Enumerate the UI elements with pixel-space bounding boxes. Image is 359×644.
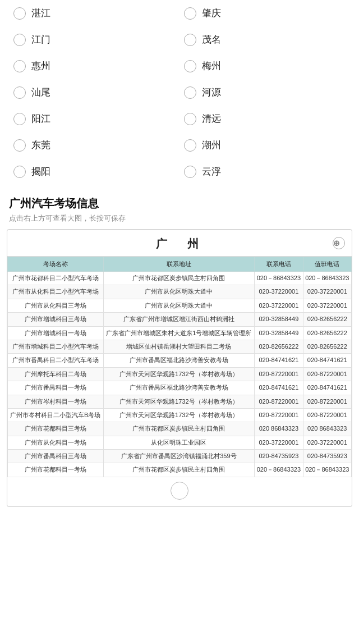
table-cell: 广州市花都区炭步镇民主村四角围 — [103, 463, 255, 477]
table-city-header: 广 州 ⊕ — [7, 230, 352, 257]
city-item[interactable]: 河源 — [180, 79, 350, 106]
city-name: 肇庆 — [202, 7, 221, 20]
table-cell: 020-87220001 — [255, 408, 303, 422]
table-cell: 广州市增城科目三考场 — [8, 313, 104, 326]
table-row: 广州市从化科目一考场从化区明珠工业园区020-37220001020-37220… — [8, 436, 352, 449]
table-row: 广州市番禺科目一考场广州市番禺区福北路沙湾善安教考场020-8474162102… — [8, 381, 352, 395]
table-cell: 广州市岑村科目一考场 — [8, 395, 104, 408]
city-name: 梅州 — [202, 60, 221, 72]
table-cell: 广州市从化科目三考场 — [8, 299, 104, 312]
table-row: 广州市花都科目一考场广州市花都区炭步镇民主村四角围020－86843323020… — [8, 463, 352, 477]
city-item[interactable]: 东莞 — [9, 132, 180, 158]
radio-circle[interactable] — [13, 7, 26, 20]
table-row: 广州摩托车科目二考场广州市天河区华观路1732号（岑村教考场）020-87220… — [8, 367, 352, 381]
table-row: 广州市增城科目一考场广东省广州市增城区朱村大道东1号增城区车辆管理所020-32… — [8, 326, 352, 340]
table-row: 广州市番禺科目二小型汽车考场广州市番禺区福北路沙湾善安教考场020-847416… — [8, 354, 352, 367]
table-cell: 020 86843323 — [303, 422, 351, 436]
table-cell: 广州市花都科目二小型汽车考场 — [8, 272, 104, 285]
city-item[interactable]: 茂名 — [180, 26, 350, 53]
table-cell: 广州市番禺科目二小型汽车考场 — [8, 354, 104, 367]
table-row: 广州市岑村科目二小型汽车B考场广州市天河区华观路1732号（岑村教考场）020-… — [8, 408, 352, 422]
table-cell: 020－86843323 — [303, 272, 351, 285]
radio-circle[interactable] — [184, 139, 196, 152]
city-name: 云浮 — [202, 165, 221, 178]
city-name: 揭阳 — [31, 165, 50, 178]
exam-info-table: 考场名称联系地址联系电话值班电话 广州市花都科目二小型汽车考场广州市花都区炭步镇… — [7, 257, 352, 477]
table-cell: 020－86843323 — [255, 272, 303, 285]
table-cell: 广州市增城科目一考场 — [8, 326, 104, 340]
city-name: 江门 — [31, 33, 50, 46]
bottom-circle — [171, 482, 188, 500]
table-cell: 广州市从化科目一考场 — [8, 436, 104, 449]
table-row: 广州市岑村科目一考场广州市天河区华观路1732号（岑村教考场）020-87220… — [8, 395, 352, 408]
table-cell: 广州市番禺区福北路沙湾善安教考场 — [103, 381, 255, 395]
table-cell: 020-37220001 — [303, 285, 351, 299]
table-cell: 020-37220001 — [255, 436, 303, 449]
radio-circle[interactable] — [184, 7, 196, 20]
city-name: 湛江 — [31, 7, 50, 20]
table-header-cell: 值班电话 — [303, 257, 351, 272]
radio-circle[interactable] — [184, 34, 196, 46]
city-label: 广 州 — [156, 237, 203, 250]
table-cell: 020-84741621 — [255, 354, 303, 367]
radio-circle[interactable] — [13, 86, 26, 99]
radio-circle[interactable] — [184, 166, 196, 178]
table-cell: 020-82656222 — [255, 340, 303, 353]
table-row: 广州市花都科目二小型汽车考场广州市花都区炭步镇民主村四角围020－8684332… — [8, 272, 352, 285]
city-name: 东莞 — [31, 139, 50, 152]
radio-circle[interactable] — [13, 34, 26, 46]
table-cell: 020-87220001 — [303, 408, 351, 422]
table-cell: 广东省广州市增城区增江街西山村鹤洲社 — [103, 313, 255, 326]
table-cell: 广州市天河区华观路1732号（岑村教考场） — [103, 395, 255, 408]
table-cell: 020-84735923 — [255, 450, 303, 463]
city-item[interactable]: 惠州 — [9, 53, 180, 79]
table-cell: 广州市从化区明珠大道中 — [103, 299, 255, 312]
table-cell: 广东省广州市增城区朱村大道东1号增城区车辆管理所 — [103, 326, 255, 340]
table-cell: 020-37220001 — [255, 299, 303, 312]
table-cell: 广州市花都区炭步镇民主村四角围 — [103, 272, 255, 285]
radio-circle[interactable] — [13, 139, 26, 152]
table-row: 广州市番禺科目三考场广东省广州市番禺区沙湾镇福涌北村359号020-847359… — [8, 450, 352, 463]
table-cell: 020-87220001 — [255, 367, 303, 381]
city-item[interactable]: 梅州 — [180, 53, 350, 79]
city-item[interactable]: 汕尾 — [9, 79, 180, 106]
radio-circle[interactable] — [13, 166, 26, 178]
radio-circle[interactable] — [13, 60, 26, 72]
table-row: 广州市增城科目三考场广东省广州市增城区增江街西山村鹤洲社020-32858449… — [8, 313, 352, 326]
table-header-cell: 联系地址 — [103, 257, 255, 272]
table-cell: 020-37220001 — [303, 299, 351, 312]
city-item[interactable]: 江门 — [9, 26, 180, 53]
table-cell: 广州市天河区华观路1732号（岑村教考场） — [103, 408, 255, 422]
table-cell: 020－86843323 — [303, 463, 351, 477]
table-cell: 020-82656222 — [303, 340, 351, 353]
table-cell: 广州市番禺区福北路沙湾善安教考场 — [103, 354, 255, 367]
radio-circle[interactable] — [184, 60, 196, 72]
city-item[interactable]: 潮州 — [180, 132, 350, 158]
table-cell: 020-84741621 — [255, 381, 303, 395]
city-item[interactable]: 清远 — [180, 106, 350, 132]
radio-circle[interactable] — [184, 86, 196, 99]
table-cell: 广东省广州市番禺区沙湾镇福涌北村359号 — [103, 450, 255, 463]
table-cell: 广州市番禺科目一考场 — [8, 381, 104, 395]
table-header-cell: 联系电话 — [255, 257, 303, 272]
city-item[interactable]: 云浮 — [180, 158, 350, 185]
table-cell: 从化区明珠工业园区 — [103, 436, 255, 449]
table-cell: 广州市花都区炭步镇民主村四角围 — [103, 422, 255, 436]
bottom-circle-area — [7, 477, 352, 506]
table-cell: 广州摩托车科目二考场 — [8, 367, 104, 381]
table-cell: 广州市岑村科目二小型汽车B考场 — [8, 408, 104, 422]
city-item[interactable]: 湛江 — [9, 0, 180, 26]
city-item[interactable]: 揭阳 — [9, 158, 180, 185]
table-cell: 020-84735923 — [303, 450, 351, 463]
radio-circle[interactable] — [184, 113, 196, 125]
radio-circle[interactable] — [13, 113, 26, 125]
table-cell: 020-32858449 — [255, 313, 303, 326]
table-cell: 广州市天河区华观路1732号（岑村教考场） — [103, 367, 255, 381]
section-subtitle: 点击右上方可查看大图，长按可保存 — [0, 213, 359, 229]
table-cell: 020-82656222 — [303, 313, 351, 326]
city-name: 河源 — [202, 86, 221, 99]
city-item[interactable]: 肇庆 — [180, 0, 350, 26]
city-name: 茂名 — [202, 33, 221, 46]
zoom-icon[interactable]: ⊕ — [333, 237, 345, 249]
city-item[interactable]: 阳江 — [9, 106, 180, 132]
